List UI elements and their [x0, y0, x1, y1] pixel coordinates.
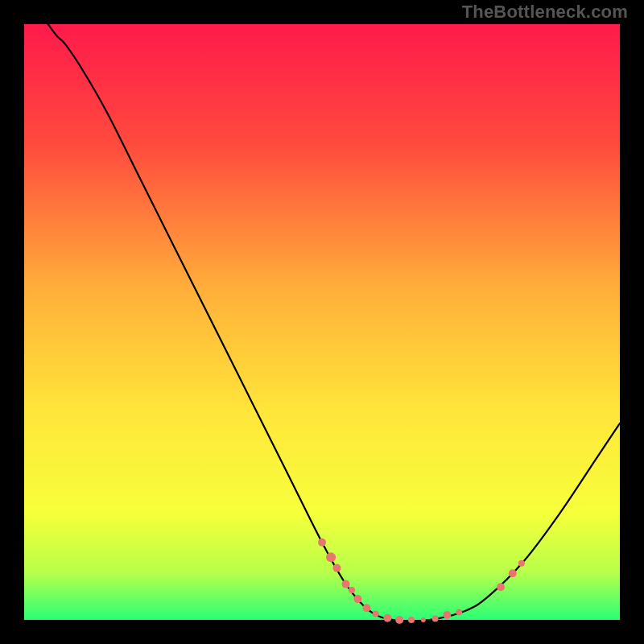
data-marker	[421, 617, 426, 622]
watermark-text: TheBottleneck.com	[462, 2, 628, 23]
data-marker	[432, 616, 439, 622]
bottleneck-chart	[0, 0, 644, 644]
data-marker	[509, 569, 517, 577]
data-marker	[408, 617, 415, 623]
data-marker	[383, 614, 391, 622]
plot-background	[24, 24, 620, 620]
data-marker	[395, 616, 403, 624]
data-marker	[373, 611, 379, 617]
data-marker	[333, 564, 341, 572]
data-marker	[497, 583, 505, 591]
data-marker	[326, 552, 336, 562]
data-marker	[353, 595, 361, 603]
chart-frame: TheBottleneck.com	[0, 0, 644, 644]
data-marker	[318, 539, 326, 547]
data-marker	[342, 580, 350, 588]
data-marker	[349, 587, 355, 593]
data-marker	[443, 611, 451, 619]
data-marker	[363, 604, 371, 612]
data-marker	[456, 609, 462, 615]
data-marker	[518, 560, 525, 567]
